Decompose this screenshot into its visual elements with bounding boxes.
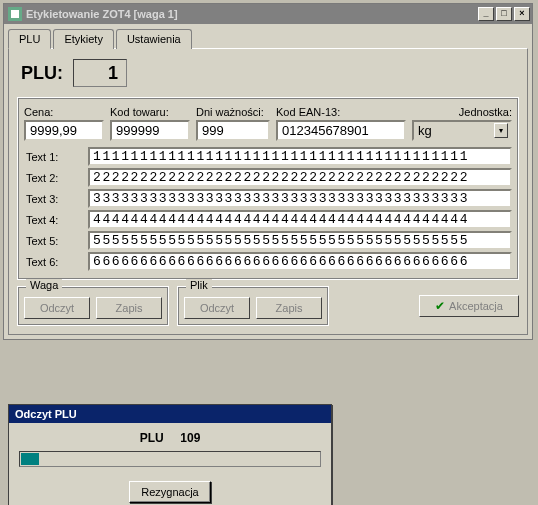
button-label: Rezygnacja <box>141 486 198 498</box>
tab-page-plu: PLU: 1 Cena: Kod towaru: Dni ważności: <box>8 48 528 335</box>
progress-fill <box>21 453 39 465</box>
text-input-3[interactable] <box>88 189 512 208</box>
progress-label-plu: PLU <box>140 431 164 445</box>
plu-label: PLU: <box>21 63 63 84</box>
text-label: Text 6: <box>24 256 82 268</box>
close-button[interactable]: × <box>514 7 530 21</box>
progress-label: PLU 109 <box>19 431 321 445</box>
plu-value: 1 <box>73 59 127 87</box>
minimize-button[interactable]: _ <box>478 7 494 21</box>
maximize-button[interactable]: □ <box>496 7 512 21</box>
tab-label: Etykiety <box>64 33 103 45</box>
button-label: Odczyt <box>200 302 234 314</box>
text-label: Text 4: <box>24 214 82 226</box>
dni-input[interactable] <box>196 120 270 141</box>
button-label: Akceptacja <box>449 300 503 312</box>
text-input-4[interactable] <box>88 210 512 229</box>
text-line-6: Text 6: <box>24 252 512 271</box>
text-line-1: Text 1: <box>24 147 512 166</box>
check-icon: ✔ <box>435 299 445 313</box>
text-line-4: Text 4: <box>24 210 512 229</box>
button-label: Odczyt <box>40 302 74 314</box>
dni-label: Dni ważności: <box>196 106 270 118</box>
client-area: PLU Etykiety Ustawienia PLU: 1 Cena: Kod… <box>4 24 532 339</box>
jedn-label: Jednostka: <box>412 106 512 118</box>
button-label: Zapis <box>116 302 143 314</box>
progress-dialog: Odczyt PLU PLU 109 Rezygnacja <box>8 404 332 505</box>
kod-label: Kod towaru: <box>110 106 190 118</box>
tab-etykiety[interactable]: Etykiety <box>53 29 114 49</box>
text-input-6[interactable] <box>88 252 512 271</box>
text-input-1[interactable] <box>88 147 512 166</box>
window-buttons: _ □ × <box>478 7 530 21</box>
text-input-2[interactable] <box>88 168 512 187</box>
dialog-title[interactable]: Odczyt PLU <box>9 405 331 423</box>
progress-label-val: 109 <box>180 431 200 445</box>
plik-odczyt-button[interactable]: Odczyt <box>184 297 250 319</box>
button-label: Zapis <box>276 302 303 314</box>
waga-zapis-button[interactable]: Zapis <box>96 297 162 319</box>
tab-label: PLU <box>19 33 40 45</box>
kod-input[interactable] <box>110 120 190 141</box>
cena-label: Cena: <box>24 106 104 118</box>
text-line-2: Text 2: <box>24 168 512 187</box>
plik-zapis-button[interactable]: Zapis <box>256 297 322 319</box>
tab-label: Ustawienia <box>127 33 181 45</box>
plu-header-row: PLU: 1 <box>17 59 519 87</box>
window-title: Etykietowanie ZOT4 [waga 1] <box>26 8 478 20</box>
tab-plu[interactable]: PLU <box>8 29 51 49</box>
text-label: Text 5: <box>24 235 82 247</box>
text-lines: Text 1: Text 2: Text 3: Text 4: <box>24 147 512 271</box>
jedn-select[interactable]: kg ▾ <box>412 120 512 141</box>
titlebar[interactable]: Etykietowanie ZOT4 [waga 1] _ □ × <box>4 4 532 24</box>
text-line-5: Text 5: <box>24 231 512 250</box>
text-input-5[interactable] <box>88 231 512 250</box>
waga-group: Waga Odczyt Zapis <box>17 286 169 326</box>
fields-group: Cena: Kod towaru: Dni ważności: Kod EAN-… <box>17 97 519 280</box>
app-icon <box>8 7 22 21</box>
ean-input[interactable] <box>276 120 406 141</box>
tab-bar: PLU Etykiety Ustawienia <box>8 28 528 48</box>
main-window: Etykietowanie ZOT4 [waga 1] _ □ × PLU Et… <box>3 3 533 340</box>
accept-button[interactable]: ✔ Akceptacja <box>419 295 519 317</box>
plik-group: Plik Odczyt Zapis <box>177 286 329 326</box>
waga-legend: Waga <box>26 279 62 291</box>
svg-rect-1 <box>11 10 19 18</box>
jedn-value: kg <box>418 123 432 138</box>
bottom-button-row: Waga Odczyt Zapis Plik Odczyt Zapis ✔ <box>17 286 519 326</box>
dialog-body: PLU 109 Rezygnacja <box>9 423 331 505</box>
tab-ustawienia[interactable]: Ustawienia <box>116 29 192 49</box>
text-label: Text 2: <box>24 172 82 184</box>
progress-bar <box>19 451 321 467</box>
plik-legend: Plik <box>186 279 212 291</box>
text-line-3: Text 3: <box>24 189 512 208</box>
text-label: Text 3: <box>24 193 82 205</box>
cancel-button[interactable]: Rezygnacja <box>129 481 211 503</box>
chevron-down-icon: ▾ <box>494 123 508 138</box>
cena-input[interactable] <box>24 120 104 141</box>
text-label: Text 1: <box>24 151 82 163</box>
waga-odczyt-button[interactable]: Odczyt <box>24 297 90 319</box>
ean-label: Kod EAN-13: <box>276 106 406 118</box>
